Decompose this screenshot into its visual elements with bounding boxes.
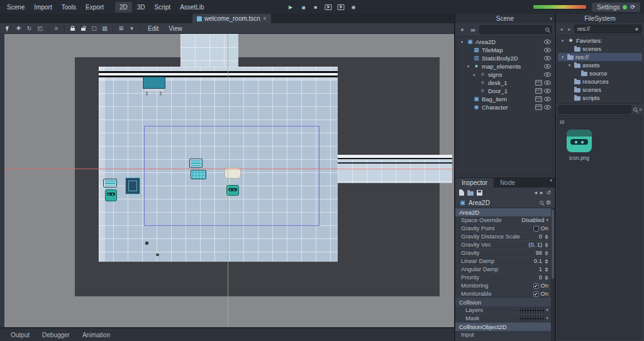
remote-debug-button[interactable]: ◉: [349, 3, 358, 11]
list-select-icon[interactable]: ≡: [52, 25, 61, 33]
stop-button[interactable]: ■: [311, 3, 321, 11]
instanced-scene-icon[interactable]: [535, 104, 542, 110]
fs-back-icon[interactable]: ◂: [558, 26, 565, 32]
tools-gear-icon[interactable]: ⚙: [546, 199, 551, 206]
collision-layer-grid[interactable]: [518, 308, 544, 313]
add-node-button[interactable]: +: [458, 25, 467, 34]
subsection-collision[interactable]: Collision: [455, 298, 555, 306]
desk-sprite[interactable]: [143, 77, 165, 89]
property-collision-mask[interactable]: Mask ▾: [455, 315, 555, 323]
scene-dock-menu-icon[interactable]: ▾: [550, 16, 552, 21]
tab-inspector[interactable]: Inspector: [455, 178, 494, 187]
pause-button[interactable]: ▮▮: [299, 3, 308, 11]
small-item-sprite[interactable]: [156, 254, 159, 256]
new-resource-icon[interactable]: [459, 189, 464, 196]
property-gravity-point[interactable]: Gravity Point On: [455, 225, 555, 233]
section-collisionobject2d[interactable]: CollisionObject2D: [455, 323, 555, 331]
visibility-eye-icon[interactable]: [544, 81, 551, 85]
select-tool-icon[interactable]: [3, 25, 13, 33]
robot-sprite[interactable]: [105, 189, 117, 201]
property-angular-damp[interactable]: Angular Damp 1: [455, 266, 555, 274]
fs-row-resources[interactable]: resources: [558, 77, 642, 86]
visibility-eye-icon[interactable]: [544, 105, 551, 109]
inspector-scrollbar[interactable]: [551, 208, 555, 341]
visibility-eye-icon[interactable]: [544, 40, 551, 44]
scene-node-door-1[interactable]: ○ Door_1: [457, 87, 553, 95]
menu-scene[interactable]: Scene: [3, 2, 29, 13]
load-resource-icon[interactable]: [467, 190, 474, 196]
expand-icon[interactable]: ▾: [465, 64, 471, 69]
filter-properties-icon[interactable]: [540, 201, 543, 204]
property-gravity-distance-scale[interactable]: Gravity Distance Scale 0: [455, 233, 555, 241]
filesystem-dock-header[interactable]: FileSystem: [556, 14, 644, 23]
visibility-eye-icon[interactable]: [544, 48, 551, 52]
move-tool-icon[interactable]: ✚: [14, 25, 23, 33]
scene-node-character[interactable]: ◉ Character: [457, 103, 553, 111]
history-forward-icon[interactable]: ▸: [540, 189, 543, 196]
fs-row-favorite-scenes[interactable]: scenes: [558, 45, 642, 53]
scene-node-signs[interactable]: ▸ ○ signs: [457, 70, 553, 79]
display-mode-toggle-icon[interactable]: ▤: [560, 119, 565, 125]
instance-scene-button[interactable]: ∞: [469, 25, 477, 34]
object-history-icon[interactable]: ↺: [546, 189, 551, 196]
collision-mask-grid[interactable]: [518, 316, 544, 321]
mode-3d-button[interactable]: 3D: [133, 2, 150, 13]
tab-node[interactable]: Node: [494, 178, 521, 187]
snap-options-icon[interactable]: ▾: [127, 25, 136, 33]
checkbox-unchecked-icon[interactable]: [533, 226, 539, 232]
scene-dock-header[interactable]: Scene ▾: [455, 14, 556, 23]
fs-row-scenes[interactable]: scenes: [558, 86, 642, 94]
door-tile-sprite[interactable]: [125, 177, 140, 194]
section-area2d[interactable]: Area2D: [455, 208, 555, 216]
scene-filter-input[interactable]: [482, 26, 543, 33]
scene-tab-welcome-room[interactable]: welcome_room.tscn ×: [192, 14, 271, 23]
instanced-scene-icon[interactable]: [535, 80, 542, 86]
favorite-star-icon[interactable]: ★: [635, 26, 639, 32]
expand-icon[interactable]: ▸: [472, 72, 477, 77]
fs-path-box[interactable]: res:// ★: [574, 25, 642, 33]
animation-panel-button[interactable]: Animation: [77, 330, 116, 340]
inspector-menu-icon[interactable]: ▾: [550, 178, 552, 183]
2d-viewport[interactable]: [0, 34, 454, 327]
group-object-icon[interactable]: ▢: [89, 25, 99, 33]
mode-2d-button[interactable]: 2D: [115, 2, 132, 13]
fs-search-input[interactable]: [561, 106, 628, 113]
property-monitoring[interactable]: Monitoring ✔On: [455, 282, 555, 290]
scene-node-map-elements[interactable]: ▾ ● map_elements: [457, 62, 553, 70]
property-priority[interactable]: Priority 0: [455, 274, 555, 282]
scene-node-tilemap[interactable]: ▦ TileMap: [457, 46, 553, 54]
expand-icon[interactable]: ▾: [459, 40, 465, 45]
mode-script-button[interactable]: Script: [150, 2, 175, 13]
scene-node-staticbody2d[interactable]: ▥ StaticBody2D: [457, 54, 553, 62]
property-gravity[interactable]: Gravity 98: [455, 249, 555, 257]
property-monitorable[interactable]: Monitorable ✔On: [455, 290, 555, 298]
view-menu[interactable]: View: [164, 25, 187, 33]
scene-node-desk-1[interactable]: ○ desk_1: [457, 79, 553, 87]
sort-list-icon[interactable]: ≡: [639, 107, 642, 113]
fs-row-assets[interactable]: ▾ assets: [558, 61, 642, 69]
visibility-eye-icon[interactable]: [544, 89, 551, 93]
fs-forward-icon[interactable]: ▸: [566, 26, 573, 32]
spinbox-arrows-icon[interactable]: [544, 249, 548, 257]
checkbox-checked-icon[interactable]: ✔: [533, 291, 539, 297]
rotate-tool-icon[interactable]: ↻: [25, 25, 34, 33]
property-collision-layers[interactable]: Layers ▾: [455, 306, 555, 315]
fs-row-res-root[interactable]: ▾ res://: [558, 53, 642, 61]
instanced-scene-icon[interactable]: [535, 88, 542, 94]
visibility-eye-icon[interactable]: [544, 72, 551, 77]
menu-export[interactable]: Export: [81, 2, 108, 13]
scene-node-bag-item[interactable]: ▣ Bag_item: [457, 95, 553, 103]
mode-assetlib-button[interactable]: AssetLib: [175, 2, 208, 13]
debugger-panel-button[interactable]: Debugger: [36, 330, 75, 340]
property-space-override[interactable]: Space Override Disabled▾: [455, 216, 555, 225]
expand-icon[interactable]: ▾: [560, 38, 565, 43]
spinbox-arrows-icon[interactable]: [544, 257, 548, 266]
property-gravity-vec[interactable]: Gravity Vec (0, 1): [455, 241, 555, 249]
settings-button[interactable]: Settings ⟳: [592, 3, 640, 12]
ungroup-object-icon[interactable]: ▧: [100, 25, 109, 33]
fs-row-scripts[interactable]: scripts: [558, 94, 642, 102]
spinbox-arrows-icon[interactable]: [544, 266, 548, 274]
output-panel-button[interactable]: Output: [5, 330, 35, 340]
visibility-eye-icon[interactable]: [544, 64, 551, 69]
menu-tools[interactable]: Tools: [57, 2, 80, 13]
